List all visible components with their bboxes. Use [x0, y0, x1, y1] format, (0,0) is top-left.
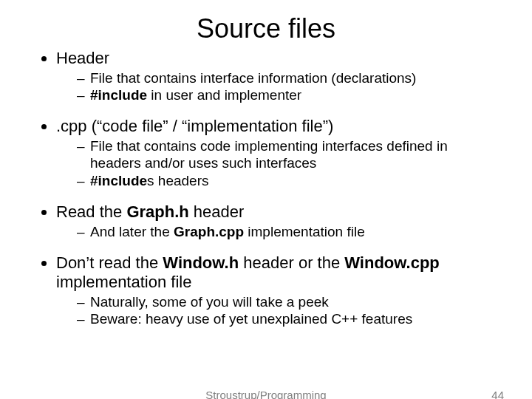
sub-list: Naturally, some of you will take a peek …	[56, 293, 497, 327]
sub-list: File that contains interface information…	[56, 69, 497, 103]
bullet-cpp: .cpp (“code file” / “implementation file…	[56, 117, 497, 188]
sub-text: s headers	[147, 173, 208, 188]
filename-graph-h: Graph.h	[126, 202, 188, 221]
bullet-text: .cpp (“code file” / “implementation file…	[56, 117, 333, 135]
sub-text: And later the	[90, 224, 174, 239]
slide: Source files Header File that contains i…	[0, 0, 532, 399]
sub-item: Beware: heavy use of yet unexplained C++…	[77, 310, 497, 327]
bullet-dont-read-window: Don’t read the Window.h header or the Wi…	[56, 253, 497, 327]
bullet-text: header	[189, 202, 245, 221]
sub-text: File that contains code implementing int…	[90, 138, 448, 171]
sub-item: Naturally, some of you will take a peek	[77, 293, 497, 310]
footer-author: Stroustrup/Programming	[205, 389, 326, 399]
sub-text: File that contains interface information…	[90, 70, 416, 86]
bullet-text: header or the	[239, 253, 344, 272]
bullet-text: Don’t read the	[56, 253, 163, 272]
sub-list: File that contains code implementing int…	[56, 137, 497, 189]
sub-text: implementation file	[244, 224, 365, 239]
sub-item: #includes headers	[77, 172, 497, 189]
keyword-include: #include	[90, 87, 147, 103]
page-number: 44	[491, 389, 504, 399]
filename-window-h: Window.h	[163, 253, 239, 272]
bullet-text: Header	[56, 49, 109, 67]
slide-title: Source files	[35, 13, 497, 44]
sub-item: File that contains interface information…	[77, 69, 497, 86]
keyword-include: #include	[90, 173, 147, 188]
bullet-read-graph: Read the Graph.h header And later the Gr…	[56, 202, 497, 240]
bullet-header: Header File that contains interface info…	[56, 49, 497, 103]
sub-text: in user and implementer	[147, 87, 301, 103]
sub-text: Naturally, some of you will take a peek	[90, 294, 329, 310]
bullet-list: Header File that contains interface info…	[35, 49, 497, 327]
sub-item: #include in user and implementer	[77, 86, 497, 103]
filename-graph-cpp: Graph.cpp	[174, 224, 244, 239]
bullet-text: implementation file	[56, 273, 191, 291]
sub-list: And later the Graph.cpp implementation f…	[56, 223, 497, 240]
sub-item: File that contains code implementing int…	[77, 137, 497, 171]
sub-item: And later the Graph.cpp implementation f…	[77, 223, 497, 240]
filename-window-cpp: Window.cpp	[344, 253, 440, 272]
sub-text: Beware: heavy use of yet unexplained C++…	[90, 311, 412, 327]
bullet-text: Read the	[56, 202, 126, 221]
